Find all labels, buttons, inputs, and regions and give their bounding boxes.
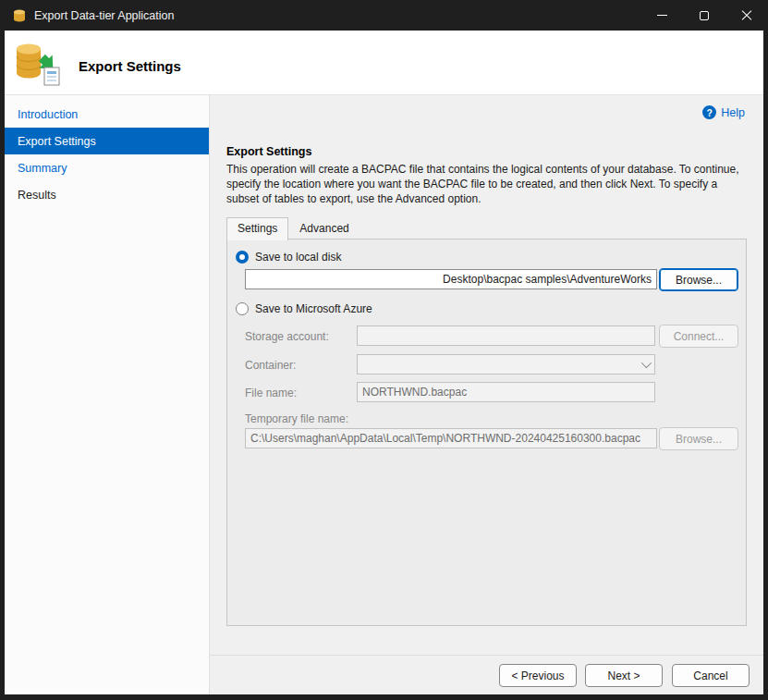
sidebar-item-summary[interactable]: Summary: [5, 154, 209, 181]
container-select: [357, 354, 655, 375]
tab-advanced[interactable]: Advanced: [288, 217, 360, 239]
tab-label: Advanced: [299, 222, 348, 235]
previous-button[interactable]: < Previous: [499, 664, 577, 687]
chevron-down-icon: [641, 358, 652, 368]
help-icon: ?: [702, 105, 716, 119]
tab-label: Settings: [238, 222, 277, 235]
tab-settings[interactable]: Settings: [226, 217, 288, 240]
file-name-input: [357, 382, 655, 402]
export-database-icon: [12, 40, 62, 91]
sidebar-item-results[interactable]: Results: [5, 181, 209, 208]
app-icon: [12, 8, 27, 23]
sidebar-item-label: Introduction: [18, 108, 78, 121]
temp-file-label: Temporary file name:: [245, 412, 348, 425]
close-icon: [741, 10, 752, 21]
sidebar-item-label: Summary: [18, 162, 67, 175]
header-title: Export Settings: [79, 58, 181, 74]
help-label: Help: [721, 106, 745, 119]
minimize-button[interactable]: [640, 0, 683, 31]
file-name-label: File name:: [245, 387, 297, 399]
radio-unchecked-icon: [236, 302, 249, 315]
content-area: ? Help Export Settings This operation wi…: [210, 95, 763, 655]
browse-local-button[interactable]: Browse...: [659, 268, 738, 291]
tab-strip: Settings Advanced: [226, 217, 360, 239]
help-button[interactable]: ? Help: [702, 105, 745, 119]
save-local-disk-label: Save to local disk: [255, 251, 341, 264]
minimize-icon: [657, 15, 667, 16]
section-description: This operation will create a BACPAC file…: [226, 163, 750, 207]
temp-file-input: [245, 428, 657, 448]
sidebar-item-label: Results: [18, 189, 56, 202]
wizard-header: Export Settings: [5, 31, 763, 95]
connect-button: Connect...: [659, 325, 738, 348]
maximize-button[interactable]: [683, 0, 725, 31]
save-local-disk-radio[interactable]: Save to local disk: [236, 251, 341, 264]
browse-temp-button: Browse...: [659, 427, 738, 450]
section-title: Export Settings: [226, 145, 311, 158]
maximize-icon: [700, 11, 709, 20]
cancel-button[interactable]: Cancel: [672, 664, 750, 687]
next-button[interactable]: Next >: [585, 664, 663, 687]
save-azure-label: Save to Microsoft Azure: [255, 302, 372, 315]
main-area: ? Help Export Settings This operation wi…: [210, 95, 763, 694]
sidebar: Introduction Export Settings Summary Res…: [5, 95, 210, 694]
radio-checked-icon: [236, 251, 249, 264]
storage-account-input: [357, 325, 655, 346]
container-label: Container:: [245, 359, 296, 372]
save-azure-radio[interactable]: Save to Microsoft Azure: [236, 302, 372, 315]
export-wizard-window: Export Data-tier Application: [0, 0, 768, 700]
close-button[interactable]: [725, 0, 768, 31]
sidebar-item-introduction[interactable]: Introduction: [5, 101, 209, 128]
titlebar: Export Data-tier Application: [0, 0, 768, 31]
local-path-input[interactable]: [245, 269, 657, 289]
sidebar-item-export-settings[interactable]: Export Settings: [5, 128, 209, 154]
window-title: Export Data-tier Application: [34, 9, 174, 22]
settings-panel: Save to local disk Browse... Save to Mic…: [226, 239, 747, 626]
window-controls: [640, 0, 768, 31]
sidebar-item-label: Export Settings: [18, 135, 96, 148]
storage-account-label: Storage account:: [245, 330, 329, 343]
footer: < Previous Next > Cancel: [210, 655, 763, 694]
dialog-body: Export Settings Introduction Export Sett…: [5, 31, 763, 694]
